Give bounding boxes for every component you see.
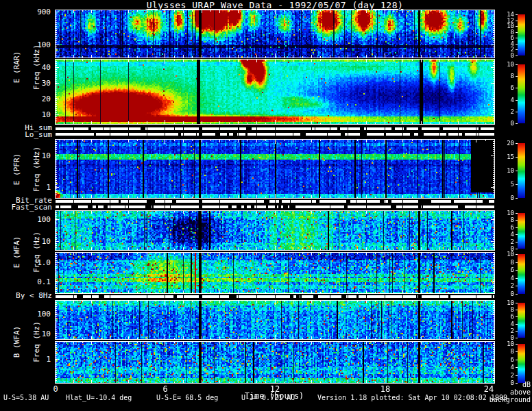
spectrogram-panel-wfa-e-high	[55, 210, 495, 251]
colorbar-tick-label: 8	[492, 216, 514, 223]
colorbar-tick-label: 2	[492, 238, 514, 245]
colorbar-tick-mark	[516, 234, 518, 235]
colorbar-wfa-e-low	[518, 254, 525, 294]
colorbar-wfa-b-high	[518, 303, 525, 338]
colorbar-tick-mark	[516, 331, 518, 332]
colorbar-tick-mark	[516, 184, 518, 185]
colorbar-wfa-b-low	[518, 344, 525, 383]
colorbar-tick-label: 4	[492, 364, 514, 371]
colorbar-tick-mark	[516, 254, 518, 255]
ytick-label-rar-low: 10	[26, 110, 51, 119]
footer-heliolatitude: Hlat_U=-10.4 deg	[66, 394, 132, 401]
colorbar-tick-mark	[516, 123, 518, 124]
colorbar-tick-mark	[516, 242, 518, 242]
freq-axis-label: Freq (kHz)	[32, 45, 41, 90]
colorbar-tick-mark	[516, 278, 518, 279]
freq-axis-label: Freq (Hz)	[32, 321, 41, 362]
colorbar-tick-label: 4	[492, 231, 514, 238]
ytick-label-wfa-e-high: 100	[26, 215, 51, 224]
colorbar-tick-label: 10	[492, 167, 514, 174]
time-tick-label: 18	[375, 384, 396, 394]
instrument-label: E (PFR)	[12, 153, 21, 185]
plot-title: Ulysses URAP Wave Data - 1992/05/07 (day…	[55, 0, 495, 10]
footer-distance-sun: U-S=5.38 AU	[3, 394, 49, 401]
spectrogram-panel-wfa-b-high	[55, 300, 495, 340]
strip-label: By < 8Hz	[3, 291, 52, 300]
spectrogram-panel-wfa-b-low	[55, 341, 495, 384]
instrument-label: E (RAR)	[12, 51, 21, 83]
freq-axis-label: Freq (Hz)	[32, 232, 41, 273]
status-strip-2	[55, 200, 495, 203]
ytick-label-wfa-b-high: 100	[26, 310, 51, 319]
strip-label: Fast_scan	[3, 203, 52, 212]
freq-axis-label: Freq (kHz)	[32, 147, 41, 192]
colorbar-tick-label: 2	[492, 282, 514, 289]
colorbar-tick-label: 4	[492, 97, 514, 103]
ytick-label-rar-high: 900	[26, 8, 51, 16]
colorbar-tick-mark	[516, 375, 518, 376]
colorbar-tick-mark	[516, 316, 518, 317]
time-tick-label: 6	[155, 384, 176, 394]
colorbar-tick-label: 20	[492, 140, 514, 147]
colorbar-rar-low	[518, 64, 525, 123]
ytick-label-wfa-e-low: 0.1	[26, 277, 51, 286]
colorbar-tick-label: 2	[492, 372, 514, 379]
colorbar-tick-label: 0	[492, 195, 514, 201]
colorbar-tick-mark	[516, 294, 518, 295]
colorbar-tick-mark	[516, 44, 518, 45]
footer-jupiter-distance: U-J= 0.721 AU	[241, 394, 295, 401]
status-strip-0	[55, 127, 495, 130]
colorbar-tick-label: 10	[492, 61, 514, 68]
colorbar-tick-mark	[516, 270, 518, 271]
colorbar-tick-label: 5	[492, 181, 514, 188]
strip-label: Lo_sum	[3, 130, 52, 139]
colorbar-tick-mark	[516, 303, 518, 303]
colorbar-tick-mark	[516, 100, 518, 101]
colorbar-unit-above: above	[480, 388, 531, 396]
status-strip-1	[55, 133, 495, 136]
colorbar-tick-mark	[516, 64, 518, 65]
colorbar-tick-mark	[516, 171, 518, 171]
colorbar-tick-label: 0	[492, 52, 514, 59]
colorbar-tick-mark	[516, 112, 518, 112]
colorbar-tick-mark	[516, 367, 518, 368]
colorbar-tick-label: 8	[492, 306, 514, 313]
footer-version: Version 1.18 plotted: Sat Apr 10 02:08:0…	[317, 394, 507, 401]
colorbar-tick-mark	[516, 351, 518, 352]
footer-sun-earth-angle: U-S-E= 68.5 deg	[156, 394, 218, 401]
colorbar-unit-db: dB	[480, 381, 531, 388]
colorbar-tick-mark	[516, 21, 518, 21]
status-strip-4	[55, 295, 495, 298]
colorbar-tick-mark	[516, 143, 518, 144]
spectrogram-panel-pfr	[55, 139, 495, 199]
time-tick-label: 0	[45, 384, 66, 394]
colorbar-tick-mark	[516, 286, 518, 286]
colorbar-tick-label: 8	[492, 348, 514, 355]
colorbar-tick-label: 2	[492, 327, 514, 334]
colorbar-tick-label: 10	[492, 299, 514, 306]
colorbar-tick-label: 10	[492, 340, 514, 347]
colorbar-tick-mark	[516, 157, 518, 158]
colorbar-tick-mark	[516, 213, 518, 214]
colorbar-tick-mark	[516, 324, 518, 325]
colorbar-tick-label: 6	[492, 313, 514, 320]
colorbar-tick-label: 0	[492, 290, 514, 297]
colorbar-tick-mark	[516, 76, 518, 77]
status-strip-3	[55, 206, 495, 208]
colorbar-tick-label: 0	[492, 120, 514, 127]
instrument-label: B (WFA)	[12, 326, 21, 358]
colorbar-tick-mark	[516, 344, 518, 345]
colorbar-tick-mark	[516, 198, 518, 199]
colorbar-rar-high	[518, 14, 525, 55]
colorbar-tick-label: 8	[492, 73, 514, 79]
colorbar-tick-label: 6	[492, 224, 514, 231]
colorbar-wfa-e-high	[518, 213, 525, 249]
colorbar-tick-mark	[516, 262, 518, 263]
colorbar-unit-background: background	[480, 396, 531, 403]
colorbar-tick-mark	[516, 88, 518, 88]
colorbar-tick-mark	[516, 14, 518, 15]
colorbar-tick-mark	[516, 227, 518, 228]
colorbar-tick-label: 4	[492, 321, 514, 327]
colorbar-tick-mark	[516, 32, 518, 33]
colorbar-tick-mark	[516, 49, 518, 50]
